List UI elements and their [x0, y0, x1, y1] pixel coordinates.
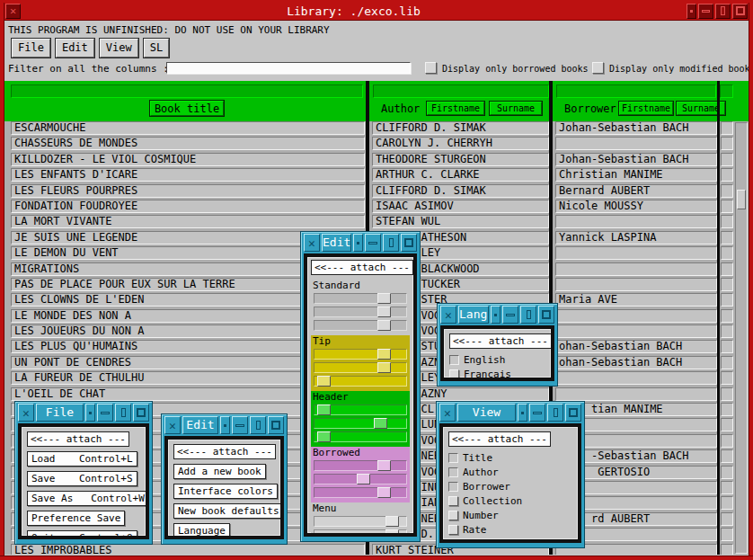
filter-input[interactable] — [166, 62, 411, 74]
close-icon[interactable]: ✕ — [304, 234, 320, 252]
book-title-cell[interactable]: KILLDOZER - LE VIOL COSMIQUE — [11, 153, 365, 166]
checkbox-icon[interactable] — [448, 482, 458, 492]
view-option[interactable]: Debug window — [448, 538, 572, 543]
maximize-icon[interactable] — [732, 4, 748, 19]
color-slider[interactable] — [314, 529, 407, 537]
menu-button[interactable]: Edit — [56, 39, 94, 58]
menu-item[interactable]: Load Control+L — [27, 451, 137, 467]
checkbox-icon[interactable] — [449, 355, 459, 365]
checkbox-icon[interactable] — [448, 467, 458, 477]
slider-thumb[interactable] — [357, 474, 370, 484]
slider-thumb[interactable] — [377, 349, 391, 360]
extra-cell[interactable] — [721, 340, 733, 353]
extra-cell[interactable] — [721, 137, 733, 150]
slider-thumb[interactable] — [377, 307, 391, 317]
borrower-cell[interactable]: Christian MANIME — [555, 168, 717, 182]
menu-button[interactable]: SL — [144, 39, 169, 58]
maximize-icon[interactable] — [133, 404, 149, 422]
menu-item[interactable]: Interface colors — [173, 484, 278, 499]
modified-only-checkbox[interactable] — [592, 62, 604, 74]
window-border-left[interactable] — [0, 0, 4, 560]
view-titlebar[interactable]: ✕ View — [439, 404, 581, 422]
menu-item[interactable]: Language — [173, 523, 230, 538]
slider-thumb[interactable] — [317, 376, 331, 387]
book-title-cell[interactable]: LES IMPROBABLES — [11, 544, 365, 555]
color-slider[interactable] — [314, 460, 407, 471]
checkbox-icon[interactable] — [448, 525, 458, 535]
view-option[interactable]: Title — [448, 451, 572, 465]
author-cell[interactable]: CAROLYN J. CHERRYH — [372, 137, 549, 150]
shade-icon[interactable] — [250, 416, 266, 434]
window-menu-icon[interactable] — [85, 404, 95, 422]
book-title-cell[interactable]: CHASSEURS DE MONDES — [11, 137, 365, 150]
extra-cell[interactable] — [721, 246, 733, 260]
extra-cell[interactable] — [721, 200, 733, 213]
color-slider[interactable] — [314, 320, 407, 331]
view-option[interactable]: Collection — [448, 494, 572, 508]
extra-cell[interactable] — [721, 356, 733, 369]
minimize-icon[interactable] — [529, 404, 545, 422]
sort-author-surname-button[interactable]: Surname — [490, 102, 542, 115]
minimize-icon[interactable] — [365, 234, 381, 252]
extra-cell[interactable] — [721, 466, 733, 479]
extra-cell[interactable] — [721, 449, 733, 463]
language-titlebar[interactable]: ✕ Langua — [440, 306, 554, 324]
borrower-cell[interactable] — [555, 309, 717, 323]
author-cell[interactable]: CLIFFORD D. SIMAK — [372, 121, 549, 135]
window-menu-icon[interactable] — [687, 4, 696, 19]
checkbox-icon[interactable] — [448, 539, 458, 543]
attach-button[interactable]: <<--- attach --- — [173, 444, 276, 459]
color-slider[interactable] — [314, 487, 407, 498]
close-icon[interactable]: ✕ — [5, 4, 21, 19]
menu-button[interactable]: File — [12, 39, 50, 58]
attach-button[interactable]: <<--- attach --- — [449, 333, 552, 349]
extra-cell[interactable] — [721, 215, 733, 228]
color-slider[interactable] — [314, 516, 407, 527]
attach-button[interactable]: <<--- attach --- — [27, 431, 129, 447]
close-icon[interactable]: ✕ — [164, 416, 181, 434]
menu-item[interactable]: New book defaults — [173, 503, 284, 519]
language-option[interactable]: English — [449, 353, 545, 367]
view-option[interactable]: Author — [448, 466, 572, 479]
borrower-cell[interactable] — [555, 246, 717, 260]
extra-cell[interactable] — [721, 418, 733, 431]
borrower-cell[interactable]: Johan-Sebastian BACH — [555, 121, 717, 135]
vertical-scrollbar[interactable] — [735, 122, 748, 554]
maximize-icon[interactable] — [538, 306, 554, 324]
sort-borrower-firstname-button[interactable]: Firstname — [619, 102, 673, 115]
color-slider[interactable] — [314, 349, 407, 360]
book-title-cell[interactable]: ESCARMOUCHE — [11, 121, 365, 135]
edit-titlebar[interactable]: ✕ Edit — [164, 416, 284, 434]
extra-cell[interactable] — [721, 324, 733, 338]
extra-cell[interactable] — [721, 544, 733, 555]
main-titlebar[interactable]: ✕ Library: ./exco.lib — [4, 2, 749, 21]
extra-cell[interactable] — [721, 231, 733, 244]
slider-thumb[interactable] — [377, 460, 391, 471]
borrower-cell[interactable]: Nicole MOUSSY — [555, 200, 717, 213]
close-icon[interactable]: ✕ — [439, 404, 456, 422]
slider-thumb[interactable] — [317, 431, 331, 442]
checkbox-icon[interactable] — [448, 453, 458, 463]
shade-icon[interactable] — [520, 306, 536, 324]
sort-author-firstname-button[interactable]: Firstname — [427, 102, 484, 115]
author-cell[interactable]: STEFAN WUL — [372, 215, 549, 228]
book-title-cell[interactable]: LA MORT VIVANTE — [11, 215, 365, 228]
book-title-cell[interactable]: FONDATION FOUDROYEE — [11, 200, 365, 213]
book-title-cell[interactable]: LES FLEURS POURPRES — [11, 184, 365, 198]
shade-icon[interactable] — [383, 234, 399, 252]
extra-cell[interactable] — [721, 121, 733, 135]
shade-icon[interactable] — [715, 4, 731, 19]
checkbox-icon[interactable] — [449, 369, 459, 379]
book-title-cell[interactable]: LES ENFANTS D'ICARE — [11, 168, 365, 182]
borrower-cell[interactable]: ohan-Sebastian BACH — [555, 340, 717, 353]
title-column-subheader[interactable] — [11, 84, 363, 98]
attach-button[interactable]: <<--- attach --- — [448, 431, 551, 447]
author-column-subheader[interactable] — [373, 84, 549, 98]
checkbox-icon[interactable] — [448, 496, 458, 506]
extra-cell[interactable] — [721, 168, 733, 182]
slider-thumb[interactable] — [317, 404, 331, 415]
window-border-bottom[interactable] — [0, 556, 753, 560]
author-cell[interactable]: THEODORE STURGEON — [372, 153, 549, 166]
slider-thumb[interactable] — [385, 529, 399, 537]
menu-item[interactable]: Save Control+S — [27, 471, 137, 486]
